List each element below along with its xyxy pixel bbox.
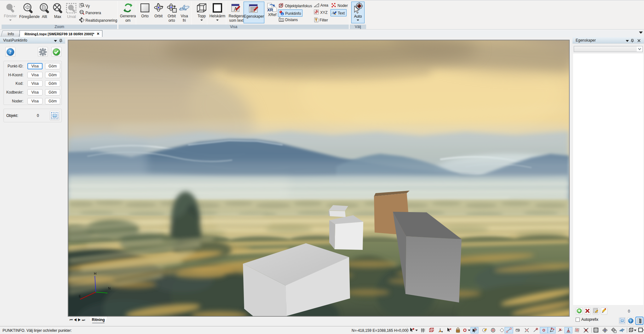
svg-text:XR: XR [267, 8, 273, 12]
svg-text:A: A [331, 10, 334, 15]
svg-text:H: H [94, 272, 96, 275]
svg-text:N: N [108, 286, 111, 290]
svg-text:?: ? [630, 319, 631, 323]
svg-text:E: E [79, 294, 81, 298]
svg-text:O: O [463, 328, 467, 333]
svg-text:?: ? [9, 49, 12, 55]
